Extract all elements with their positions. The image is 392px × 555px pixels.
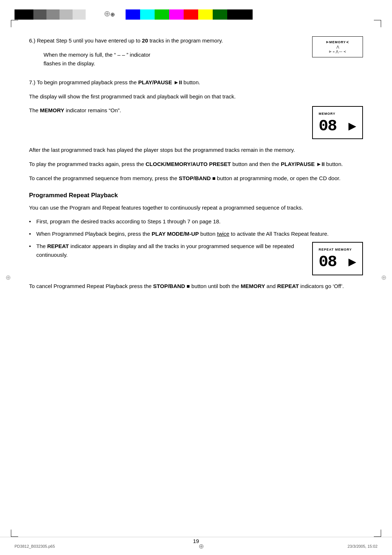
gray1-swatch — [33, 9, 46, 20]
corner-mark-bl — [11, 530, 18, 537]
color-strip-left — [15, 9, 86, 20]
bullet-list: First, program the desired tracks accord… — [29, 217, 363, 275]
step-7-memory-bold: MEMORY — [40, 107, 64, 113]
corner-mark-tr — [374, 20, 381, 27]
step-7-text-post: button. — [182, 79, 200, 85]
memory-play-icon: ▶ — [348, 118, 356, 134]
bullet-3-pre: The — [36, 243, 47, 249]
blue-swatch — [126, 9, 140, 20]
step-7-para1: The display will show the first programm… — [29, 92, 363, 101]
repeat-memory-lcd-digits: 08 — [319, 254, 336, 270]
magenta-swatch — [169, 9, 184, 20]
step-7: 7.) To begin programmed playback press t… — [29, 78, 363, 139]
memory-lcd-display: MEMORY 08 ▶ — [312, 106, 363, 139]
step-7-memory-row: The MEMORY indicator remains “On”. MEMOR… — [29, 106, 363, 139]
bullet-3-bold: REPEAT — [47, 243, 69, 249]
bullet-item-2: When Programmed Playback begins, press t… — [29, 230, 363, 238]
step-6-indented-1: When the memory is full, the “ – – ” ind… — [44, 52, 150, 58]
step-7-para2-post: indicator remains “On”. — [64, 107, 121, 113]
step-6-text-post: tracks in the program memory. — [148, 37, 223, 44]
gray3-swatch — [60, 9, 73, 20]
bullet-item-1: First, program the desired tracks accord… — [29, 217, 363, 226]
step-7-memory-text: The MEMORY indicator remains “On”. — [29, 106, 301, 115]
corner-mark-tl — [11, 20, 18, 27]
step-6-indented-2: flashes in the display. — [44, 60, 95, 66]
memory-display-arrows: ⋀⊳ = ⋀ — ≺ — [317, 45, 358, 54]
step-6-row: 6.) Repeat Step 5 until you have entered… — [29, 36, 363, 72]
bullet-2-bold: PLAY MODE/M-UP — [152, 231, 199, 237]
corner-mark-br — [374, 530, 381, 537]
para-cancel-post: button at programming mode, or open the … — [216, 175, 340, 181]
para-7-2-pre: To play the programmed tracks again, pre… — [29, 161, 146, 167]
cancel-repeat-mid: button until both the — [190, 283, 241, 289]
cancel-repeat-bold3: REPEAT — [277, 283, 299, 289]
yellow-swatch — [198, 9, 213, 20]
section-intro: You can use the Program and Repeat featu… — [29, 203, 363, 212]
right-crosshair-icon: ⊕ — [381, 274, 387, 281]
gray4-swatch — [73, 9, 86, 20]
bullet-item-3: The REPEAT indicator appears in display … — [29, 242, 363, 275]
red-swatch — [184, 9, 198, 20]
green-swatch — [155, 9, 169, 20]
para-7-2-post2: button. — [324, 161, 343, 167]
step-7-para2-pre: The — [29, 107, 40, 113]
top-bar-area: ⊕ — [0, 0, 392, 29]
memory-lcd-digits: 08 — [319, 118, 336, 134]
step-6-indented: When the memory is full, the “ – – ” ind… — [44, 50, 301, 68]
para-after-7-2: To play the programmed tracks again, pre… — [29, 160, 363, 169]
step-6-text: 6.) Repeat Step 5 until you have entered… — [29, 36, 301, 72]
bullet-3-mid: indicator appears in display and all the… — [36, 243, 294, 258]
repeat-memory-lcd-inner: 08 ▶ — [319, 254, 356, 270]
step-6: 6.) Repeat Step 5 until you have entered… — [29, 36, 363, 72]
para-after-7-1: After the last programmed track has play… — [29, 146, 363, 155]
step-6-paragraph: 6.) Repeat Step 5 until you have entered… — [29, 36, 301, 45]
footer-crosshair-icon: ⊕ — [199, 542, 204, 550]
cancel-repeat-para: To cancel Programmed Repeat Playback pre… — [29, 282, 363, 291]
bullet-2-mid: button — [199, 231, 217, 237]
step-6-bold: 20 — [142, 37, 148, 44]
para-7-2-bold2: PLAY/PAUSE ►II — [281, 161, 325, 167]
left-crosshair-icon: ⊕ — [5, 274, 11, 281]
bullet-1-text: First, program the desired tracks accord… — [36, 218, 221, 224]
bullet-3-text: The REPEAT indicator appears in display … — [36, 242, 305, 259]
repeat-memory-lcd-label: REPEAT MEMORY — [319, 247, 356, 252]
repeat-memory-lcd-display: REPEAT MEMORY 08 ▶ — [312, 242, 363, 275]
memory-display-top-label: ⊳MEMORY≺ — [317, 40, 358, 45]
cancel-repeat-bold: STOP/BAND ■ — [153, 283, 190, 289]
cancel-repeat-mid2: and — [265, 283, 277, 289]
memory-lcd-label: MEMORY — [319, 111, 356, 116]
para-7-2-bold: CLOCK/MEMORY/AUTO PRESET — [146, 161, 231, 167]
step-7-intro: 7.) To begin programmed playback press t… — [29, 78, 363, 87]
memory-full-display: ⊳MEMORY≺ ⋀⊳ = ⋀ — ≺ — [312, 36, 363, 57]
para-cancel-bold: STOP/BAND ■ — [179, 175, 215, 181]
bullet-3-row: The REPEAT indicator appears in display … — [36, 242, 363, 275]
black-swatch — [15, 9, 33, 20]
dark-green-swatch — [213, 9, 227, 20]
repeat-memory-play-icon: ▶ — [348, 254, 356, 270]
step-7-para2: The MEMORY indicator remains “On”. — [29, 106, 301, 115]
bullet-2-pre: When Programmed Playback begins, press t… — [36, 231, 152, 237]
para-cancel-pre: To cancel the programmed sequence from m… — [29, 175, 179, 181]
memory-lcd-inner: 08 ▶ — [319, 118, 356, 134]
para-7-2-post: button and then the — [231, 161, 281, 167]
cancel-repeat-post: indicators go ‘Off’. — [299, 283, 344, 289]
cancel-repeat-pre: To cancel Programmed Repeat Playback pre… — [29, 283, 153, 289]
section-heading: Programmed Repeat Playback — [29, 192, 363, 199]
bottom-bar: PD3812_B032305.p65 ⊕ 23/3/2005, 15:02 — [0, 537, 392, 555]
step-6-text-pre: 6.) Repeat Step 5 until you have entered… — [29, 37, 142, 44]
bullet-2-post: to activate the All Tracks Repeat featur… — [229, 231, 328, 237]
center-crosshair-icon: ⊕ — [104, 9, 115, 20]
cyan-swatch — [140, 9, 155, 20]
footer-right: 23/3/2005, 15:02 — [347, 544, 377, 548]
gray2-swatch — [46, 9, 60, 20]
para-cancel: To cancel the programmed sequence from m… — [29, 174, 363, 183]
step-7-text-pre: 7.) To begin programmed playback press t… — [29, 79, 138, 85]
footer-left: PD3812_B032305.p65 — [15, 544, 55, 548]
cancel-repeat-bold2: MEMORY — [241, 283, 265, 289]
bullet-2-underline: twice — [217, 231, 229, 237]
main-content: 6.) Repeat Step 5 until you have entered… — [0, 29, 392, 317]
black2-swatch — [227, 9, 253, 20]
step-7-bold: PLAY/PAUSE ►II — [138, 79, 182, 85]
color-strip-right — [126, 9, 253, 20]
